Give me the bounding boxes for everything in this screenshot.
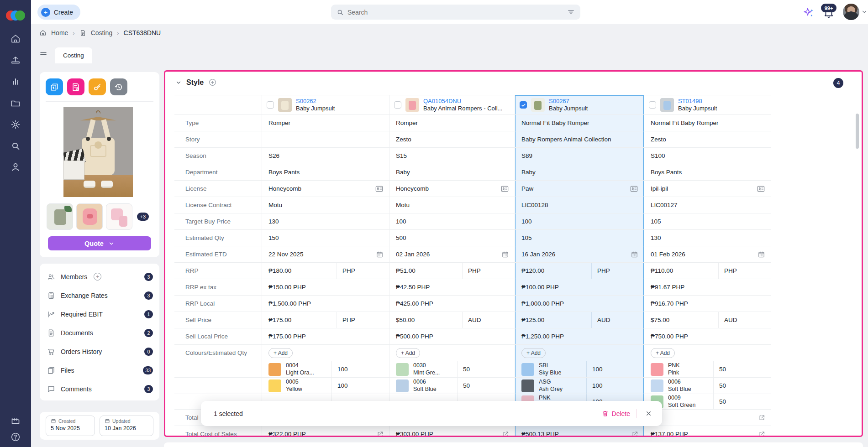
cell-value[interactable]: ₱125.00: [521, 317, 544, 323]
product-code-link[interactable]: S00267: [549, 98, 588, 105]
external-link-icon[interactable]: [758, 431, 765, 437]
sidebar-item-members[interactable]: Members+3: [40, 267, 159, 286]
cell-value[interactable]: ₱1,250.00 PHP: [521, 333, 564, 340]
sidebar-item-required-ebit[interactable]: Required EBIT1: [40, 305, 159, 323]
account-chevron-down-icon[interactable]: [861, 9, 868, 15]
cell-value[interactable]: 500: [396, 234, 406, 241]
contact-card-icon[interactable]: [630, 184, 638, 193]
currency-cell[interactable]: PHP: [591, 263, 644, 279]
cell-value[interactable]: S89: [521, 152, 532, 159]
colour-qty-cell[interactable]: 100: [586, 361, 644, 377]
product-code-link[interactable]: ST01498: [678, 98, 717, 105]
currency-cell[interactable]: AUD: [591, 312, 644, 328]
breadcrumb-home[interactable]: Home: [51, 29, 68, 36]
cell-value[interactable]: 02 Jan 2026: [396, 251, 430, 258]
cell-value[interactable]: Motu: [396, 202, 410, 208]
factory-icon[interactable]: [10, 415, 21, 426]
breadcrumb-home-icon[interactable]: [39, 29, 47, 36]
contact-card-icon[interactable]: [375, 184, 384, 193]
breadcrumb-doc-icon[interactable]: [79, 30, 86, 36]
sidebar-item-orders-history[interactable]: Orders History0: [40, 342, 159, 361]
cell-value[interactable]: ₱916.70 PHP: [651, 300, 688, 307]
calendar-icon[interactable]: [758, 250, 765, 258]
product-thumbnail[interactable]: [47, 203, 73, 230]
upload-icon[interactable]: [10, 55, 21, 66]
cell-value[interactable]: $50.00: [396, 317, 415, 323]
cell-value[interactable]: 105: [521, 234, 532, 241]
cell-value[interactable]: ₱175.00 PHP: [268, 333, 306, 340]
calendar-icon[interactable]: [631, 250, 638, 258]
cell-value[interactable]: Ipil-ipil: [651, 185, 668, 192]
external-link-icon[interactable]: [377, 431, 384, 437]
currency-cell[interactable]: PHP: [337, 263, 389, 279]
costing-copy-icon[interactable]: [46, 78, 63, 95]
search-nav-icon[interactable]: [10, 140, 21, 151]
cell-value[interactable]: S15: [396, 152, 407, 159]
filter-icon[interactable]: [567, 8, 575, 16]
cell-value[interactable]: ₱150.00 PHP: [268, 284, 306, 291]
delete-button[interactable]: Delete: [602, 410, 630, 417]
add-style-icon[interactable]: [208, 78, 217, 87]
product-checkbox[interactable]: [267, 101, 274, 109]
table-scrollbar[interactable]: [856, 114, 859, 149]
cell-value[interactable]: ₱750.00 PHP: [651, 333, 688, 340]
add-colour-button[interactable]: + Add: [268, 348, 293, 358]
cell-value[interactable]: Boys Pants: [651, 169, 682, 176]
currency-cell[interactable]: PHP: [718, 263, 771, 279]
cell-value[interactable]: ₱110.00: [651, 267, 673, 274]
colour-qty-cell[interactable]: 100: [331, 361, 389, 377]
cell-value[interactable]: LIC00128: [521, 202, 548, 208]
quote-button[interactable]: Quote: [48, 236, 151, 250]
colour-qty-cell[interactable]: 50: [457, 378, 515, 394]
tab-costing[interactable]: Costing: [55, 47, 92, 63]
add-colour-button[interactable]: + Add: [396, 348, 420, 358]
product-thumbnail[interactable]: [76, 203, 103, 230]
product-checkbox[interactable]: [649, 101, 656, 109]
cell-value[interactable]: 100: [521, 218, 532, 225]
user-avatar[interactable]: [843, 4, 859, 20]
cell-value[interactable]: Zesto: [651, 136, 666, 143]
help-icon[interactable]: [10, 431, 21, 442]
history-icon[interactable]: [110, 78, 127, 95]
product-code-link[interactable]: QA01054DNU: [423, 98, 502, 105]
cell-value[interactable]: 105: [651, 218, 661, 225]
key-icon[interactable]: [89, 78, 106, 95]
cell-value[interactable]: 130: [268, 218, 279, 225]
contact-card-icon[interactable]: [757, 184, 765, 193]
cell-value[interactable]: 01 Feb 2026: [651, 251, 685, 258]
close-selection-icon[interactable]: [643, 408, 654, 419]
app-logo-icon[interactable]: [6, 8, 25, 24]
profile-icon[interactable]: [10, 161, 21, 172]
sidebar-item-documents[interactable]: Documents2: [40, 323, 159, 342]
cell-value[interactable]: ₱500.00 PHP: [396, 333, 433, 340]
product-checkbox[interactable]: [394, 101, 401, 109]
sidebar-item-files[interactable]: Files33: [40, 361, 159, 379]
cell-value[interactable]: ₱180.00: [268, 267, 291, 274]
ai-sparkle-icon[interactable]: [803, 7, 815, 19]
cell-value[interactable]: Baby Rompers Animal Collection: [521, 136, 611, 143]
cell-value[interactable]: Boys Pants: [268, 169, 300, 176]
cell-value[interactable]: ₱175.00: [268, 317, 291, 323]
search-input[interactable]: [347, 9, 563, 16]
cell-value[interactable]: S26: [268, 152, 279, 159]
cell-value[interactable]: S100: [651, 152, 665, 159]
cell-value[interactable]: ₱1,500.00 PHP: [268, 300, 311, 307]
cell-value[interactable]: Baby: [521, 169, 536, 176]
cell-value[interactable]: Romper: [268, 120, 290, 126]
menu-hamburger-icon[interactable]: [39, 50, 47, 63]
collapse-chevron-icon[interactable]: [175, 79, 182, 86]
colour-qty-cell[interactable]: 50: [713, 378, 771, 394]
currency-cell[interactable]: PHP: [462, 263, 515, 279]
cell-value[interactable]: 16 Jan 2026: [521, 251, 555, 258]
external-link-icon[interactable]: [758, 414, 765, 421]
costing-delete-icon[interactable]: [67, 78, 84, 95]
notifications-bell[interactable]: 99+: [821, 4, 839, 21]
cell-value[interactable]: Honeycomb: [268, 185, 301, 192]
cell-value[interactable]: 100: [396, 218, 406, 225]
colour-qty-cell[interactable]: 50: [713, 394, 771, 409]
cell-value[interactable]: ₱425.00 PHP: [396, 300, 433, 307]
analytics-icon[interactable]: [10, 76, 21, 87]
cell-value[interactable]: Baby: [396, 169, 410, 176]
colour-qty-cell[interactable]: 100: [331, 378, 389, 394]
cell-value[interactable]: 22 Nov 2025: [268, 251, 304, 258]
